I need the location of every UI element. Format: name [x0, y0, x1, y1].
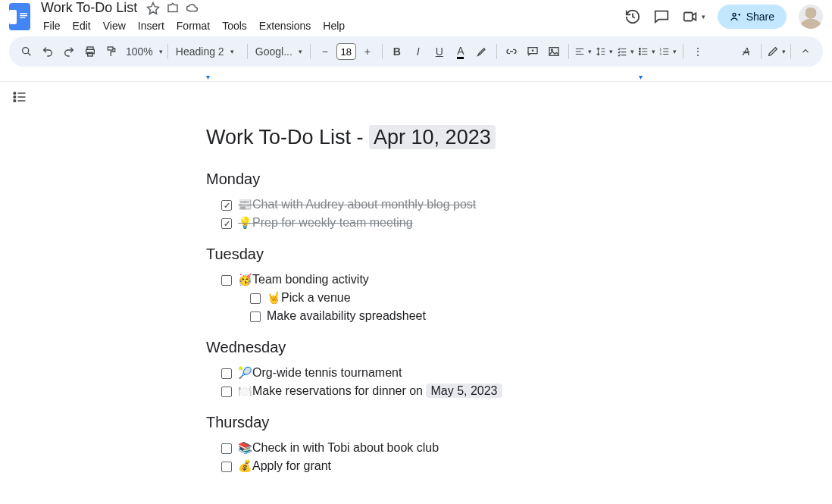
todo-text[interactable]: 📰Chat with Audrey about monthly blog pos… [238, 198, 476, 211]
star-icon[interactable] [146, 2, 160, 15]
todo-text[interactable]: Make availability spreadsheet [267, 309, 426, 323]
todo-item[interactable]: 🥳Team bonding activity [206, 271, 642, 289]
undo-icon[interactable] [38, 41, 58, 62]
checkbox[interactable] [221, 443, 232, 454]
align-icon[interactable] [574, 41, 593, 62]
todo-item[interactable]: 💰Apply for grant [206, 457, 642, 475]
more-icon[interactable]: ⋮ [688, 41, 708, 62]
todo-text[interactable]: 🍽️Make reservations for dinner on May 5,… [238, 384, 502, 398]
checkbox[interactable] [250, 293, 261, 304]
link-icon[interactable] [502, 41, 521, 62]
line-spacing-icon[interactable] [595, 41, 615, 62]
doc-heading-1[interactable]: Work To-Do List - Apr 10, 2023 [206, 126, 642, 149]
section-heading[interactable]: Wednesday [206, 339, 642, 356]
todo-text[interactable]: 🤘Pick a venue [267, 291, 351, 305]
menu-help[interactable]: Help [317, 17, 350, 34]
menu-insert[interactable]: Insert [133, 17, 170, 34]
font-size-input[interactable] [336, 43, 356, 60]
todo-item[interactable]: 📚Check in with Tobi about book club [206, 439, 642, 457]
document-body[interactable]: Work To-Do List - Apr 10, 2023 Monday📰Ch… [206, 126, 642, 475]
todo-item[interactable]: 🍽️Make reservations for dinner on May 5,… [206, 382, 642, 400]
indent-marker-left-icon[interactable]: ▾ [206, 73, 210, 81]
ruler[interactable]: ▾ ▾ [0, 71, 832, 82]
checklist-icon[interactable] [616, 41, 636, 62]
section-heading[interactable]: Tuesday [206, 246, 642, 263]
meet-icon[interactable] [682, 8, 705, 25]
print-icon[interactable] [80, 41, 100, 62]
indent-marker-right-icon[interactable]: ▾ [639, 73, 643, 81]
redo-icon[interactable] [59, 41, 79, 62]
outline-toggle-icon[interactable] [11, 88, 29, 106]
highlight-icon[interactable] [472, 41, 492, 62]
font-dropdown[interactable]: Googl... [252, 41, 305, 62]
checkbox[interactable] [221, 368, 232, 379]
todo-item[interactable]: 🤘Pick a venue [206, 289, 642, 307]
todo-item[interactable]: 📰Chat with Audrey about monthly blog pos… [206, 196, 642, 214]
clear-format-icon[interactable]: A [737, 41, 756, 62]
collapse-toolbar-icon[interactable] [796, 41, 815, 62]
todo-text[interactable]: 💡Prep for weekly team meeting [238, 216, 413, 230]
checkbox[interactable] [221, 200, 232, 211]
todo-item[interactable]: Make availability spreadsheet [206, 307, 642, 325]
font-size-decrease[interactable]: − [315, 41, 335, 62]
section-heading[interactable]: Thursday [206, 414, 642, 431]
menu-view[interactable]: View [98, 17, 131, 34]
comments-icon[interactable] [653, 8, 670, 25]
date-chip[interactable]: May 5, 2023 [426, 383, 502, 398]
checkbox[interactable] [250, 311, 261, 322]
separator [496, 44, 497, 59]
todo-text[interactable]: 💰Apply for grant [238, 459, 331, 473]
todo-item[interactable]: 🎾Org-wide tennis tournament [206, 364, 642, 382]
todo-text[interactable]: 📚Check in with Tobi about book club [238, 441, 439, 455]
checkbox[interactable] [221, 218, 232, 229]
bold-icon[interactable]: B [387, 41, 407, 62]
cloud-status-icon[interactable] [186, 2, 199, 15]
menu-bar: File Edit View Insert Format Tools Exten… [38, 17, 624, 34]
todo-text[interactable]: 🎾Org-wide tennis tournament [238, 366, 402, 380]
style-dropdown[interactable]: Heading 2 [173, 41, 242, 62]
move-icon[interactable] [166, 2, 180, 15]
header-actions: Share [624, 5, 823, 29]
menu-extensions[interactable]: Extensions [254, 17, 316, 34]
section-heading[interactable]: Monday [206, 171, 642, 188]
share-button[interactable]: Share [718, 5, 787, 29]
emoji-icon: 📚 [238, 441, 252, 454]
paint-format-icon[interactable] [102, 41, 121, 62]
svg-point-13 [551, 49, 552, 51]
document-title[interactable]: Work To-Do List [38, 0, 140, 17]
text-color-icon[interactable]: A [451, 41, 471, 62]
checkbox[interactable] [221, 387, 232, 397]
italic-icon[interactable]: I [408, 41, 428, 62]
separator [382, 44, 383, 59]
menu-edit[interactable]: Edit [67, 17, 96, 34]
image-icon[interactable] [544, 41, 564, 62]
svg-point-21 [14, 96, 16, 99]
svg-rect-4 [683, 13, 692, 21]
history-icon[interactable] [624, 8, 641, 25]
search-icon[interactable] [17, 41, 36, 62]
todo-text[interactable]: 🥳Team bonding activity [238, 273, 369, 286]
underline-icon[interactable]: U [430, 41, 449, 62]
emoji-icon: 🤘 [267, 291, 281, 304]
checkbox[interactable] [221, 275, 232, 286]
todo-item[interactable]: 💡Prep for weekly team meeting [206, 214, 642, 232]
header-bar: Work To-Do List File Edit View Insert Fo… [0, 0, 832, 33]
menu-file[interactable]: File [38, 17, 66, 34]
checkbox[interactable] [221, 462, 232, 472]
add-comment-icon[interactable] [523, 41, 543, 62]
bullet-list-icon[interactable] [637, 41, 657, 62]
user-avatar[interactable] [799, 5, 823, 29]
emoji-icon: 💡 [238, 216, 252, 229]
date-chip[interactable]: Apr 10, 2023 [369, 125, 496, 149]
zoom-dropdown[interactable]: 100% [123, 41, 163, 62]
menu-tools[interactable]: Tools [217, 17, 252, 34]
docs-logo-icon[interactable] [9, 3, 30, 30]
svg-rect-0 [17, 8, 30, 26]
editing-mode-icon[interactable] [766, 41, 786, 62]
font-size-increase[interactable]: + [358, 41, 377, 62]
numbered-list-icon[interactable]: 123 [658, 41, 678, 62]
emoji-icon: 🥳 [238, 273, 252, 286]
menu-format[interactable]: Format [171, 17, 215, 34]
separator [683, 44, 683, 59]
emoji-icon: 🍽️ [238, 384, 252, 397]
